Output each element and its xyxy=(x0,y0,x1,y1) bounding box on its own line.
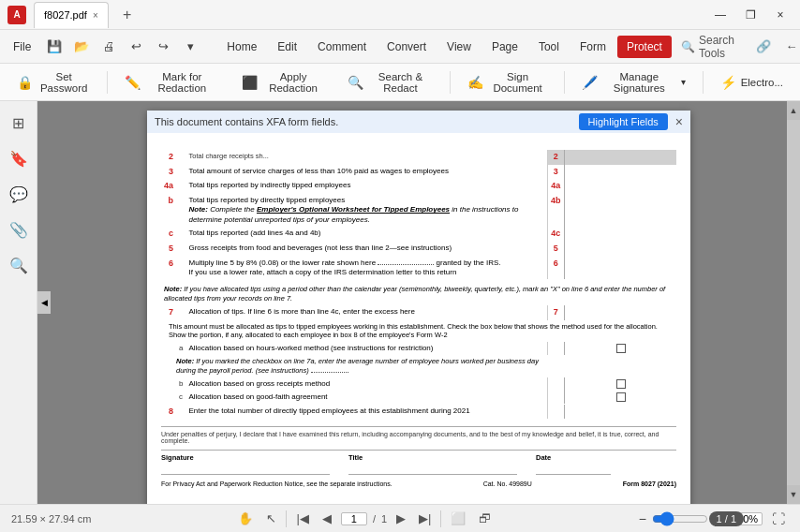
search-redact-button[interactable]: 🔍 Search & Redact xyxy=(338,68,443,96)
table-row: 4a Total tips reported by indirectly tip… xyxy=(161,179,676,194)
sidebar-item-search[interactable]: 🔍 xyxy=(5,251,33,279)
scroll-up-btn[interactable]: ▲ xyxy=(787,101,800,120)
sidebar-item-bookmarks[interactable]: 🔖 xyxy=(5,144,33,172)
sign-icon: ✍️ xyxy=(467,75,483,90)
mark-redaction-button[interactable]: ✏️ Mark for Redaction xyxy=(115,68,228,96)
menu-protect[interactable]: Protect xyxy=(617,36,672,58)
page-number-input[interactable] xyxy=(341,512,367,525)
search-redact-icon: 🔍 xyxy=(348,75,363,90)
menu-edit[interactable]: Edit xyxy=(268,36,306,58)
page-navigation: ✋ ↖ |◀ ◀ / 1 ▶ ▶| ⬜ 🗗 xyxy=(234,510,495,527)
table-row: Note: If you have allocated tips using a… xyxy=(161,283,676,305)
date-block: Date xyxy=(536,453,611,475)
hand-tool-btn[interactable]: ✋ xyxy=(234,510,257,527)
menu-comment[interactable]: Comment xyxy=(308,36,376,58)
signature-block: Signature xyxy=(161,453,330,475)
row-text: Total tips reported (add lines 4a and 4b… xyxy=(185,227,547,242)
date-line[interactable] xyxy=(536,462,611,475)
checkbox-7c[interactable] xyxy=(616,392,626,402)
more-icon[interactable]: ▾ xyxy=(178,35,202,59)
right-number: 2 xyxy=(547,150,564,165)
menu-convert[interactable]: Convert xyxy=(378,36,436,58)
menu-tool[interactable]: Tool xyxy=(529,36,569,58)
title-block: Title xyxy=(348,453,517,475)
row-text: Total tips reported by directly tipped e… xyxy=(185,194,547,227)
last-page-btn[interactable]: ▶| xyxy=(415,510,435,527)
fullscreen-btn[interactable]: ⛶ xyxy=(768,510,789,528)
zoom-out-btn[interactable]: − xyxy=(639,511,646,526)
checkbox-7b[interactable] xyxy=(616,379,626,389)
row-text: Total charge receipts sh... xyxy=(185,150,547,165)
title-line[interactable] xyxy=(348,462,517,475)
xfa-notification-bar: This document contains XFA form fields. … xyxy=(147,111,690,133)
sidebar-item-attachments[interactable]: 📎 xyxy=(5,215,33,244)
sig-line[interactable] xyxy=(161,462,330,475)
electro-button[interactable]: ⚡ Electro... xyxy=(711,68,793,96)
table-row: c Allocation based on good-faith agreeme… xyxy=(161,391,676,404)
prev-page-btn[interactable]: ◀ xyxy=(319,510,335,527)
sidebar-item-comments[interactable]: 💬 xyxy=(5,180,33,208)
tab-f8027[interactable]: f8027.pdf × xyxy=(34,2,109,28)
sidebar-item-pages[interactable]: ⊞ xyxy=(5,109,33,137)
undo-icon[interactable]: ↩ xyxy=(124,35,148,59)
menu-form[interactable]: Form xyxy=(570,36,615,58)
form-table: 2 Total charge receipts sh... 2 3 Total … xyxy=(161,150,676,419)
scrollbar[interactable]: ▲ ▼ xyxy=(787,101,800,504)
quick-access-toolbar: 💾 📂 🖨 ↩ ↪ ▾ xyxy=(42,35,202,59)
collapse-sidebar-btn[interactable]: ◀ xyxy=(37,291,51,314)
close-button[interactable]: × xyxy=(768,3,793,27)
print-icon[interactable]: 🖨 xyxy=(96,35,121,59)
sign-document-button[interactable]: ✍️ Sign Document xyxy=(458,68,556,96)
new-tab-button[interactable]: + xyxy=(116,4,139,26)
page-total: 1 xyxy=(381,513,387,525)
dimensions-label: 21.59 × 27.94 cm xyxy=(11,513,91,525)
apply-icon: ⬛ xyxy=(242,75,258,90)
menu-view[interactable]: View xyxy=(437,36,481,58)
set-password-button[interactable]: 🔒 Set Password xyxy=(7,68,99,96)
toolbar-separator-3 xyxy=(564,71,565,94)
search-tools[interactable]: 🔍 Search Tools xyxy=(674,34,742,60)
apply-redaction-button[interactable]: ⬛ Apply Redaction xyxy=(232,68,334,96)
redo-icon[interactable]: ↪ xyxy=(151,35,175,59)
set-password-label: Set Password xyxy=(37,71,90,94)
first-page-btn[interactable]: |◀ xyxy=(292,510,312,527)
sidebar: ⊞ 🔖 💬 📎 🔍 xyxy=(0,101,37,504)
open-icon[interactable]: 📂 xyxy=(69,35,94,59)
row-text: Total tips reported by indirectly tipped… xyxy=(185,179,547,194)
zoom-slider[interactable] xyxy=(652,511,708,526)
row-text: Allocation based on good-faith agreement xyxy=(185,391,547,404)
search-icon: 🔍 xyxy=(681,40,695,53)
menu-home[interactable]: Home xyxy=(217,36,266,58)
main-area: ⊞ 🔖 💬 📎 🔍 ◀ This document contains XFA f… xyxy=(0,101,800,504)
save-icon[interactable]: 💾 xyxy=(42,35,67,59)
table-row: 5 Gross receipts from food and beverages… xyxy=(161,242,676,257)
share-icon[interactable]: 🔗 xyxy=(751,35,776,59)
titlebar-actions: 🔗 ← → xyxy=(751,35,800,59)
sig-label: Signature xyxy=(161,453,330,462)
table-row: 8 Enter the total number of directly tip… xyxy=(161,405,676,420)
restore-button[interactable]: ❐ xyxy=(738,3,763,27)
mark-redaction-label: Mark for Redaction xyxy=(145,71,218,94)
table-row: This amount must be allocated as tips to… xyxy=(161,320,676,343)
highlight-fields-button[interactable]: Highlight Fields xyxy=(579,113,668,130)
content-area: ◀ This document contains XFA form fields… xyxy=(37,101,800,504)
tab-close-icon[interactable]: × xyxy=(93,10,98,21)
menu-page[interactable]: Page xyxy=(482,36,527,58)
row-text: Gross receipts from food and beverages (… xyxy=(185,242,547,257)
scroll-down-btn[interactable]: ▼ xyxy=(787,485,800,504)
table-row: 7 Allocation of tips. If line 6 is more … xyxy=(161,305,676,320)
manage-signatures-button[interactable]: 🖊️ Manage Signatures ▾ xyxy=(572,68,695,96)
select-tool-btn[interactable]: ↖ xyxy=(262,510,280,527)
title-label: Title xyxy=(348,453,517,462)
checkbox-7a[interactable] xyxy=(616,344,626,353)
next-page-btn[interactable]: ▶ xyxy=(393,510,409,527)
row-text: Enter the total number of directly tippe… xyxy=(185,405,547,420)
fit-width-btn[interactable]: ⬜ xyxy=(447,510,469,527)
back-icon[interactable]: ← xyxy=(779,35,800,59)
menu-file[interactable]: File xyxy=(4,36,40,58)
fit-page-btn[interactable]: 🗗 xyxy=(475,510,495,527)
minimize-button[interactable]: — xyxy=(708,3,733,27)
table-row: 6 Multiply line 5 by 8% (0.08) or the lo… xyxy=(161,257,676,280)
xfa-close-button[interactable]: × xyxy=(675,114,683,129)
menubar: File 💾 📂 🖨 ↩ ↪ ▾ Home Edit Comment Conve… xyxy=(0,30,800,64)
